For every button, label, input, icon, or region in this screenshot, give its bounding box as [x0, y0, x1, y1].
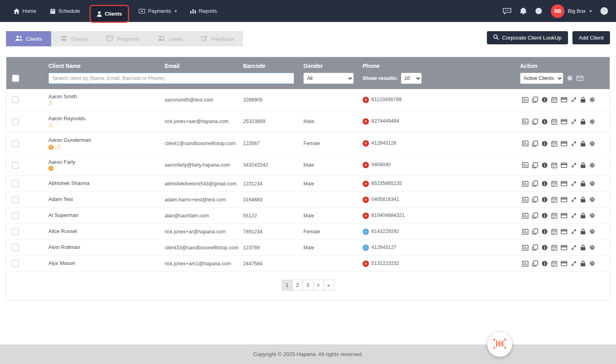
tab-feedback[interactable]: Feedback: [192, 31, 243, 46]
info-icon[interactable]: [542, 162, 548, 168]
corporate-client-lookup-button[interactable]: Corporate Client LookUp: [487, 31, 568, 44]
measurements-icon[interactable]: [571, 141, 577, 147]
schedule-icon[interactable]: [551, 181, 557, 187]
measurements-icon[interactable]: [571, 181, 577, 187]
account-menu[interactable]: BB Big Box ▾: [551, 4, 592, 18]
info-icon[interactable]: [542, 197, 548, 203]
tab-programs[interactable]: Programs: [97, 31, 148, 46]
settings-icon[interactable]: [589, 261, 595, 267]
schedule-icon[interactable]: [551, 141, 557, 147]
payment-card-icon[interactable]: [561, 229, 567, 234]
client-name[interactable]: Aaron Gunderman: [48, 137, 165, 143]
payment-card-icon[interactable]: [561, 163, 567, 168]
row-checkbox[interactable]: [12, 180, 19, 187]
documents-icon[interactable]: [532, 97, 538, 103]
info-icon[interactable]: [542, 261, 548, 267]
membership-card-icon[interactable]: [522, 162, 528, 168]
lock-icon[interactable]: [580, 261, 586, 267]
tab-clients[interactable]: Clients: [6, 31, 51, 46]
payment-card-icon[interactable]: [561, 245, 567, 250]
documents-icon[interactable]: [532, 141, 538, 147]
measurements-icon[interactable]: [571, 197, 577, 203]
info-icon[interactable]: [542, 181, 548, 187]
nav-clients[interactable]: Clients: [90, 5, 129, 23]
membership-card-icon[interactable]: [522, 261, 528, 267]
row-checkbox[interactable]: [12, 196, 19, 203]
info-icon[interactable]: [542, 245, 548, 251]
client-name[interactable]: Aaron Farly: [48, 159, 165, 165]
membership-card-icon[interactable]: [522, 197, 528, 203]
schedule-icon[interactable]: [551, 245, 557, 251]
documents-icon[interactable]: [532, 181, 538, 187]
tab-groups[interactable]: Groups: [51, 31, 98, 46]
schedule-icon[interactable]: [551, 213, 557, 219]
pagination-button[interactable]: 2: [292, 280, 303, 290]
lock-icon[interactable]: [580, 197, 586, 203]
measurements-icon[interactable]: [571, 213, 577, 219]
row-checkbox[interactable]: [12, 260, 19, 267]
nav-reports[interactable]: Reports: [185, 4, 222, 18]
client-name[interactable]: Aaron Reynolds: [48, 115, 165, 121]
client-name[interactable]: Alvin Rollman: [48, 244, 165, 250]
lock-icon[interactable]: [580, 97, 586, 103]
membership-card-icon[interactable]: [522, 119, 528, 124]
documents-icon[interactable]: [532, 119, 538, 125]
payment-card-icon[interactable]: [561, 119, 567, 124]
row-checkbox[interactable]: [12, 212, 19, 219]
row-checkbox[interactable]: [12, 118, 19, 125]
documents-icon[interactable]: [532, 229, 538, 235]
client-name[interactable]: Alyx Mason: [48, 260, 165, 266]
pagination-button[interactable]: 1: [282, 280, 293, 290]
tab-leads[interactable]: Leads: [149, 31, 192, 46]
barcode-scanner-button[interactable]: [487, 332, 512, 357]
membership-card-icon[interactable]: [522, 245, 528, 251]
chat-icon[interactable]: [503, 8, 511, 14]
info-icon[interactable]: [542, 141, 548, 147]
membership-card-icon[interactable]: [522, 141, 528, 146]
lock-icon[interactable]: [580, 181, 586, 187]
clock-icon[interactable]: [535, 8, 542, 14]
nav-schedule[interactable]: Schedule: [45, 4, 85, 18]
lock-icon[interactable]: [580, 213, 586, 219]
lock-icon[interactable]: [580, 245, 586, 251]
membership-card-icon[interactable]: [522, 229, 528, 235]
schedule-icon[interactable]: [551, 97, 557, 103]
row-checkbox[interactable]: [12, 140, 19, 147]
row-checkbox[interactable]: [12, 162, 19, 169]
settings-icon[interactable]: [589, 229, 595, 235]
settings-icon[interactable]: [589, 245, 595, 251]
documents-icon[interactable]: [532, 245, 538, 251]
client-status-select[interactable]: Active Clients: [520, 73, 563, 84]
client-name[interactable]: Abhishek Sharma: [48, 180, 165, 186]
settings-icon[interactable]: [567, 75, 573, 81]
email-icon[interactable]: [576, 76, 583, 81]
select-all-checkbox[interactable]: [12, 75, 19, 82]
settings-icon[interactable]: [589, 119, 595, 125]
settings-icon[interactable]: [589, 181, 595, 187]
client-name[interactable]: Aaron Smith: [48, 93, 165, 99]
documents-icon[interactable]: [532, 197, 538, 203]
payment-card-icon[interactable]: [561, 97, 567, 102]
client-search-input[interactable]: [48, 73, 294, 84]
lock-icon[interactable]: [580, 162, 586, 168]
schedule-icon[interactable]: [551, 119, 557, 125]
lock-icon[interactable]: [580, 229, 586, 235]
measurements-icon[interactable]: [571, 261, 577, 267]
show-results-select[interactable]: 10: [401, 73, 422, 84]
client-name[interactable]: Alice Russel: [48, 228, 165, 234]
documents-icon[interactable]: [532, 261, 538, 267]
payment-card-icon[interactable]: [561, 261, 567, 266]
membership-card-icon[interactable]: [522, 181, 528, 187]
measurements-icon[interactable]: [571, 97, 577, 103]
client-name[interactable]: Adam Test: [48, 196, 165, 202]
payment-card-icon[interactable]: [561, 213, 567, 218]
client-name[interactable]: Al Superman: [48, 212, 165, 218]
membership-card-icon[interactable]: [522, 213, 528, 219]
gender-filter-select[interactable]: All: [303, 73, 354, 84]
settings-icon[interactable]: [589, 162, 595, 168]
help-icon[interactable]: ?: [600, 7, 608, 15]
info-icon[interactable]: [542, 229, 548, 235]
documents-icon[interactable]: [532, 162, 538, 168]
payment-card-icon[interactable]: [561, 197, 567, 202]
bell-icon[interactable]: [520, 8, 526, 14]
